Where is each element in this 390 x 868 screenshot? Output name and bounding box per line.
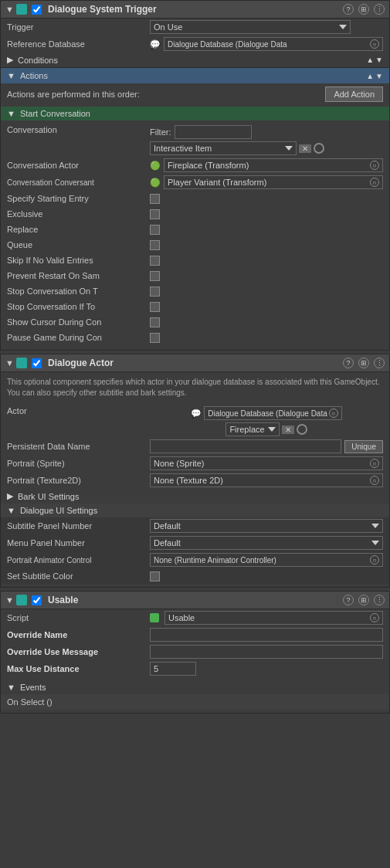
reference-db-value: 💬 Dialogue Database (Dialogue Data ○ xyxy=(150,37,383,51)
actions-toggle[interactable]: ▼ xyxy=(7,71,15,80)
conditions-label: Conditions xyxy=(18,56,58,65)
conv-conversant-circle[interactable]: ○ xyxy=(370,178,379,187)
actor-db-dropdown[interactable]: Dialogue Database (Dialogue Data ○ xyxy=(204,406,342,420)
actor-info-text: This optional component specifies which … xyxy=(1,372,389,403)
conditions-down-icon[interactable]: ▼ xyxy=(375,56,383,64)
exclusive-checkbox[interactable] xyxy=(150,209,160,219)
settings-icon[interactable]: ⊞ xyxy=(358,4,369,15)
actor-name-dropdown[interactable]: Fireplace xyxy=(226,422,279,436)
dialogue-ui-toggle[interactable]: ▼ xyxy=(7,506,15,515)
prevent-restart-checkbox[interactable] xyxy=(150,271,160,281)
portrait-texture-circle[interactable]: ○ xyxy=(370,476,379,485)
override-use-msg-input[interactable] xyxy=(150,645,383,659)
conversation-label: Conversation xyxy=(7,125,150,134)
help-icon[interactable]: ? xyxy=(343,4,354,15)
actor-icon: 🟢 xyxy=(150,161,161,171)
reference-db-dropdown[interactable]: Dialogue Database (Dialogue Data ○ xyxy=(164,37,383,51)
script-circle[interactable]: ○ xyxy=(370,613,379,622)
portrait-animator-circle[interactable]: ○ xyxy=(370,555,379,565)
usable-menu-icon[interactable]: ⋮ xyxy=(374,595,385,605)
actor-settings-icon[interactable]: ⊞ xyxy=(358,358,369,368)
conv-actor-value: 🟢 Fireplace (Transform) ○ xyxy=(150,158,383,172)
actor-panel-toggle[interactable]: ▼ xyxy=(5,358,13,368)
conv-actor-dropdown[interactable]: Fireplace (Transform) ○ xyxy=(164,158,383,172)
actor-db-circle[interactable]: ○ xyxy=(329,409,338,418)
trigger-label: Trigger xyxy=(7,22,150,32)
conv-conversant-dropdown[interactable]: Player Variant (Transform) ○ xyxy=(164,175,383,189)
override-use-msg-row: Override Use Message xyxy=(1,643,389,660)
start-conversation-label: Start Conversation xyxy=(20,109,90,118)
unique-button[interactable]: Unique xyxy=(344,440,383,453)
reference-db-value-text: Dialogue Database (Dialogue Data xyxy=(168,40,287,49)
override-name-label: Override Name xyxy=(7,630,150,639)
conv-actor-circle[interactable]: ○ xyxy=(370,161,379,170)
usable-enabled-checkbox[interactable] xyxy=(32,595,42,605)
portrait-texture-dropdown[interactable]: None (Texture 2D) ○ xyxy=(150,473,383,487)
usable-panel: ▼ Usable ? ⊞ ⋮ Script Usable ○ Override … xyxy=(0,591,390,714)
trigger-dropdown[interactable]: On Use xyxy=(150,20,351,34)
conditions-up-icon[interactable]: ▲ xyxy=(366,56,374,64)
dialogue-actor-header: ▼ Dialogue Actor ? ⊞ ⋮ xyxy=(1,354,389,372)
trigger-row: Trigger On Use xyxy=(1,19,389,36)
bark-ui-row[interactable]: ▶ Bark UI Settings xyxy=(1,489,389,504)
menu-panel-value: Default xyxy=(150,536,383,550)
actor-circle-btn[interactable] xyxy=(297,424,307,435)
menu-panel-dropdown[interactable]: Default xyxy=(150,536,383,550)
max-use-distance-input[interactable] xyxy=(150,662,196,676)
add-action-button[interactable]: Add Action xyxy=(325,86,383,102)
usable-settings-icon[interactable]: ⊞ xyxy=(358,595,369,605)
queue-row: Queue xyxy=(1,237,389,253)
pause-game-checkbox[interactable] xyxy=(150,333,160,343)
show-cursor-row: Show Cursor During Con xyxy=(1,314,389,330)
menu-panel-row: Menu Panel Number Default xyxy=(1,534,389,551)
script-dropdown[interactable]: Usable ○ xyxy=(164,611,383,625)
persistent-data-input[interactable] xyxy=(150,439,341,453)
header-icons: ? ⊞ ⋮ xyxy=(343,4,385,15)
events-toggle[interactable]: ▼ xyxy=(7,683,15,692)
actions-up-icon[interactable]: ▲ xyxy=(366,72,374,80)
actor-menu-icon[interactable]: ⋮ xyxy=(374,358,385,368)
dialogue-trigger-title: Dialogue System Trigger xyxy=(48,4,340,15)
replace-checkbox[interactable] xyxy=(150,225,160,235)
conversation-row: Conversation Filter: Interactive Item ✕ xyxy=(1,122,389,157)
actions-down-icon[interactable]: ▼ xyxy=(375,72,383,80)
filter-circle-btn[interactable] xyxy=(314,143,324,154)
filter-input[interactable] xyxy=(175,125,252,139)
usable-panel-toggle[interactable]: ▼ xyxy=(5,595,13,605)
actions-description: Actions are performed in this order: xyxy=(7,90,140,99)
show-cursor-checkbox[interactable] xyxy=(150,317,160,327)
stop-conv-on-checkbox[interactable] xyxy=(150,287,160,297)
queue-checkbox[interactable] xyxy=(150,240,160,250)
subtitle-color-row: Set Subtitle Color xyxy=(1,568,389,584)
start-conv-toggle[interactable]: ▼ xyxy=(7,109,15,118)
filter-dropdown[interactable]: Interactive Item xyxy=(150,141,297,155)
portrait-animator-dropdown[interactable]: None (Runtime Animator Controller) ○ xyxy=(150,553,383,567)
portrait-animator-label: Portrait Animator Control xyxy=(7,556,150,565)
override-name-input[interactable] xyxy=(150,628,383,642)
trigger-enabled-checkbox[interactable] xyxy=(32,5,42,15)
actor-help-icon[interactable]: ? xyxy=(343,358,354,368)
panel-toggle-icon[interactable]: ▼ xyxy=(5,5,13,14)
actor-clear-btn[interactable]: ✕ xyxy=(282,426,294,434)
events-row[interactable]: ▼ Events xyxy=(1,680,389,694)
subtitle-color-checkbox[interactable] xyxy=(150,571,160,581)
specify-entry-checkbox[interactable] xyxy=(150,194,160,204)
conv-conversant-label: Conversation Conversant xyxy=(7,178,150,187)
actor-enabled-checkbox[interactable] xyxy=(32,358,42,368)
portrait-sprite-dropdown[interactable]: None (Sprite) ○ xyxy=(150,456,383,470)
usable-help-icon[interactable]: ? xyxy=(343,595,354,605)
dialogue-ui-row[interactable]: ▼ Dialogue UI Settings xyxy=(1,504,389,517)
reference-db-circle-btn[interactable]: ○ xyxy=(370,39,379,49)
filter-clear-btn[interactable]: ✕ xyxy=(299,144,311,153)
actor-panel-icon xyxy=(16,358,27,368)
conditions-toggle[interactable]: ▶ xyxy=(7,55,13,65)
subtitle-panel-dropdown[interactable]: Default xyxy=(150,519,383,533)
skip-checkbox[interactable] xyxy=(150,256,160,266)
show-cursor-label: Show Cursor During Con xyxy=(7,317,150,327)
stop-conv-if-checkbox[interactable] xyxy=(150,302,160,312)
actions-desc-row: Actions are performed in this order: Add… xyxy=(1,83,389,105)
conversation-conversant-row: Conversation Conversant 🟢 Player Variant… xyxy=(1,174,389,191)
menu-icon[interactable]: ⋮ xyxy=(374,4,385,15)
portrait-sprite-circle[interactable]: ○ xyxy=(370,459,379,468)
bark-ui-toggle[interactable]: ▶ xyxy=(7,491,13,501)
